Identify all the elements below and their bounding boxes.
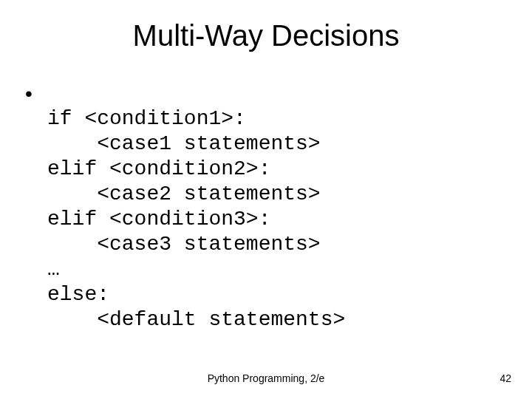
code-line: if <condition1>: — [47, 107, 246, 130]
bullet-item: • if <condition1>: <case1 statements> el… — [22, 81, 510, 332]
code-block: if <condition1>: <case1 statements> elif… — [47, 81, 345, 332]
code-line: … — [47, 258, 60, 281]
code-line: elif <condition3>: — [47, 208, 270, 231]
page-number: 42 — [499, 372, 511, 384]
slide-body: • if <condition1>: <case1 statements> el… — [22, 81, 510, 332]
slide-title: Multi-Way Decisions — [0, 19, 532, 52]
code-line: else: — [47, 283, 109, 306]
bullet-marker: • — [22, 81, 47, 106]
code-line: <case2 statements> — [47, 183, 321, 205]
code-line: <default statements> — [47, 308, 345, 331]
footer-text: Python Programming, 2/e — [0, 372, 532, 384]
code-line: <case3 statements> — [47, 233, 321, 256]
code-line: <case1 statements> — [47, 132, 321, 155]
slide: Multi-Way Decisions • if <condition1>: <… — [0, 0, 532, 399]
code-line: elif <condition2>: — [47, 157, 270, 180]
